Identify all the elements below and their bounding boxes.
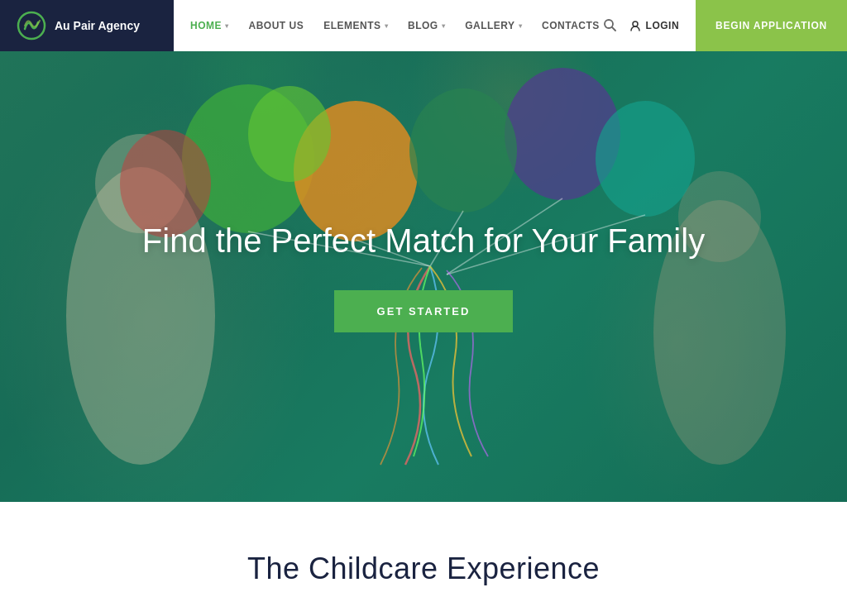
chevron-down-icon: ▾ — [225, 22, 229, 30]
svg-line-2 — [612, 27, 615, 31]
childcare-experience-title: The Childcare Experience — [17, 552, 830, 586]
hero-title: Find the Perfect Match for Your Family — [142, 221, 705, 260]
login-label: LOGIN — [646, 20, 680, 31]
nav-item-blog[interactable]: BLOG ▾ — [408, 20, 445, 31]
begin-application-button[interactable]: BEGIN APPLICATION — [696, 0, 847, 51]
svg-point-12 — [409, 88, 517, 212]
below-hero-section: The Childcare Experience — [0, 502, 847, 616]
svg-point-3 — [633, 21, 638, 26]
svg-point-15 — [248, 86, 331, 182]
nav-item-elements[interactable]: ELEMENTS ▾ — [323, 20, 388, 31]
svg-point-13 — [596, 101, 695, 217]
nav-area: HOME ▾ ABOUT US ELEMENTS ▾ BLOG ▾ GALLER… — [174, 0, 696, 51]
nav-item-about[interactable]: ABOUT US — [249, 20, 304, 31]
logo-icon — [17, 11, 46, 41]
hero-content: Find the Perfect Match for Your Family G… — [109, 221, 738, 332]
logo-text: Au Pair Agency — [55, 19, 140, 33]
login-button[interactable]: LOGIN — [629, 20, 680, 31]
user-icon — [629, 20, 641, 31]
chevron-down-icon: ▾ — [519, 22, 523, 30]
nav-right: LOGIN — [603, 18, 680, 34]
hero-section: Find the Perfect Match for Your Family G… — [0, 51, 847, 502]
nav-items: HOME ▾ ABOUT US ELEMENTS ▾ BLOG ▾ GALLER… — [190, 20, 603, 31]
nav-item-contacts[interactable]: CONTACTS — [542, 20, 600, 31]
logo-area: Au Pair Agency — [0, 11, 174, 41]
header: Au Pair Agency HOME ▾ ABOUT US ELEMENTS … — [0, 0, 847, 51]
nav-item-home[interactable]: HOME ▾ — [190, 20, 229, 31]
chevron-down-icon: ▾ — [442, 22, 446, 30]
get-started-button[interactable]: GET STARTED — [334, 290, 514, 332]
search-icon[interactable] — [603, 18, 616, 34]
chevron-down-icon: ▾ — [385, 22, 389, 30]
nav-item-gallery[interactable]: GALLERY ▾ — [465, 20, 522, 31]
